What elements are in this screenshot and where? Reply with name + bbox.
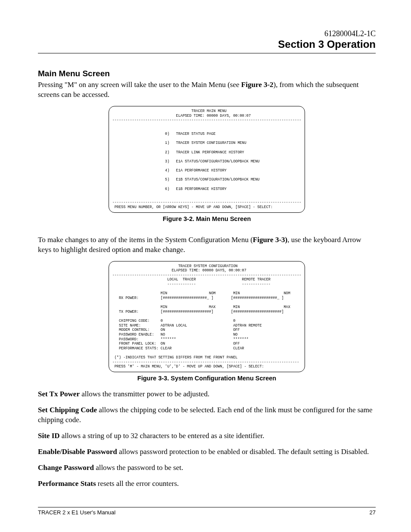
figure-ref-3-2: Figure 3-2 xyxy=(241,81,274,89)
terminal-frame-sys-config: TRACER SYSTEM CONFIGURATION ELAPSED TIME… xyxy=(109,261,305,372)
label-change-password: Change Password xyxy=(38,464,94,472)
text-performance-stats: resets all the error counters. xyxy=(96,479,179,488)
page-footer: TRACER 2 x E1 User's Manual 27 xyxy=(38,507,376,516)
para-site-id: Site ID allows a string of up to 32 char… xyxy=(38,431,376,441)
header-rule xyxy=(38,53,376,53)
intro-paragraph: Pressing "M" on any screen will take the… xyxy=(38,80,376,100)
caption-figure-3-3: Figure 3-3. System Configuration Menu Sc… xyxy=(38,375,376,382)
para-performance-stats: Performance Stats resets all the error c… xyxy=(38,479,376,489)
label-enable-disable-password: Enable/Disable Password xyxy=(38,448,117,456)
label-set-tx-power: Set Tx Power xyxy=(38,390,80,398)
figure-3-3-wrap: TRACER SYSTEM CONFIGURATION ELAPSED TIME… xyxy=(38,261,376,372)
section-title: Section 3 Operation xyxy=(38,38,376,50)
label-site-id: Site ID xyxy=(38,432,60,440)
terminal-main-menu: TRACER MAIN MENU ELAPSED TIME: 00000 DAY… xyxy=(112,109,302,210)
footer-manual-title: TRACER 2 x E1 User's Manual xyxy=(38,509,115,516)
figure-ref-3-3: Figure 3-3) xyxy=(253,236,287,244)
figure-3-2-wrap: TRACER MAIN MENU ELAPSED TIME: 00000 DAY… xyxy=(38,106,376,213)
caption-figure-3-2: Figure 3-2. Main Menu Screen xyxy=(38,215,376,222)
terminal-sys-config: TRACER SYSTEM CONFIGURATION ELAPSED TIME… xyxy=(112,264,302,369)
label-performance-stats: Performance Stats xyxy=(38,479,96,488)
label-set-chipping-code: Set Chipping Code xyxy=(38,406,97,414)
document-number: 61280004L2-1C xyxy=(38,29,376,38)
para-enable-disable-password: Enable/Disable Password allows password … xyxy=(38,447,376,457)
intro-text-1: Pressing "M" on any screen will take the… xyxy=(38,81,241,89)
terminal-frame-main-menu: TRACER MAIN MENU ELAPSED TIME: 00000 DAY… xyxy=(109,106,305,213)
text-site-id: allows a string of up to 32 characters t… xyxy=(60,432,265,440)
para-set-chipping-code: Set Chipping Code allows the chipping co… xyxy=(38,405,376,425)
page-header: 61280004L2-1C Section 3 Operation xyxy=(38,29,376,50)
text-enable-disable-password: allows password protection to be enabled… xyxy=(117,448,369,456)
footer-rule xyxy=(38,507,376,507)
text-set-tx-power: allows the transmitter power to be adjus… xyxy=(80,390,209,398)
para-set-tx-power: Set Tx Power allows the transmitter powe… xyxy=(38,389,376,399)
text-change-password: allows the password to be set. xyxy=(94,464,183,472)
heading-main-menu: Main Menu Screen xyxy=(38,69,376,78)
para-change-password: Change Password allows the password to b… xyxy=(38,463,376,473)
mid-text-1: To make changes to any of the items in t… xyxy=(38,236,253,244)
mid-paragraph: To make changes to any of the items in t… xyxy=(38,235,376,255)
footer-page-number: 27 xyxy=(370,509,376,516)
